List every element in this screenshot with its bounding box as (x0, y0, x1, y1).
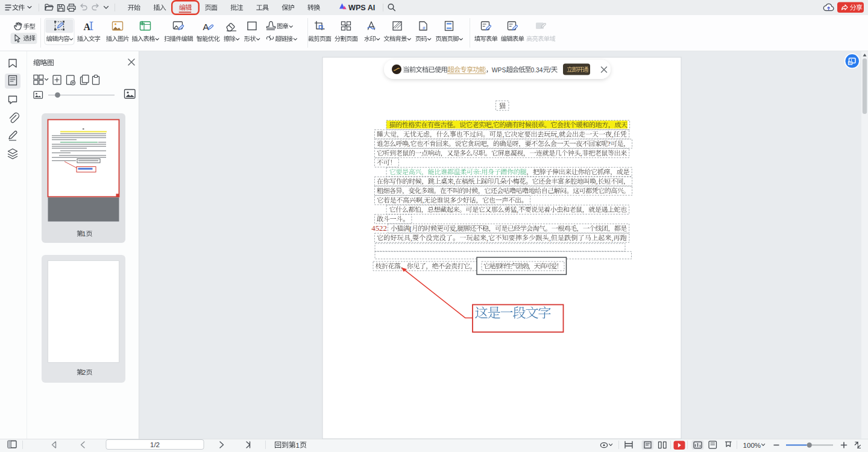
svg-text:A: A (203, 22, 209, 32)
svg-text:,: , (491, 121, 493, 128)
svg-text:,: , (486, 234, 488, 242)
svg-text:#: # (423, 25, 426, 31)
svg-text:,: , (456, 225, 458, 232)
svg-text:,: , (612, 234, 614, 242)
svg-text:WPS AI: WPS AI (348, 4, 375, 12)
svg-text:,: , (422, 196, 424, 204)
svg-text:,: , (549, 234, 551, 242)
svg-text::: : (479, 168, 481, 175)
svg-text:,: , (596, 178, 598, 185)
svg-text:?: ? (608, 140, 611, 147)
svg-text:1/2: 1/2 (150, 441, 160, 448)
svg-text:,: , (503, 131, 505, 138)
svg-text:,: , (517, 206, 518, 213)
svg-text:,: , (612, 131, 614, 138)
svg-text:WPS: WPS (492, 67, 506, 74)
svg-text:,: , (580, 149, 582, 157)
svg-text:1: 1 (296, 442, 300, 449)
svg-text:1: 1 (82, 230, 86, 237)
svg-text:0.34: 0.34 (530, 67, 542, 74)
svg-text:100%: 100% (743, 441, 761, 449)
svg-text:,: , (453, 178, 455, 185)
svg-text:4522: 4522 (371, 224, 387, 233)
svg-text:,: , (410, 234, 412, 242)
svg-text:,: , (557, 131, 559, 138)
svg-text:2: 2 (82, 369, 86, 376)
svg-text:[: [ (409, 225, 412, 232)
svg-text:,: , (409, 140, 410, 147)
svg-text:/: / (549, 67, 551, 74)
